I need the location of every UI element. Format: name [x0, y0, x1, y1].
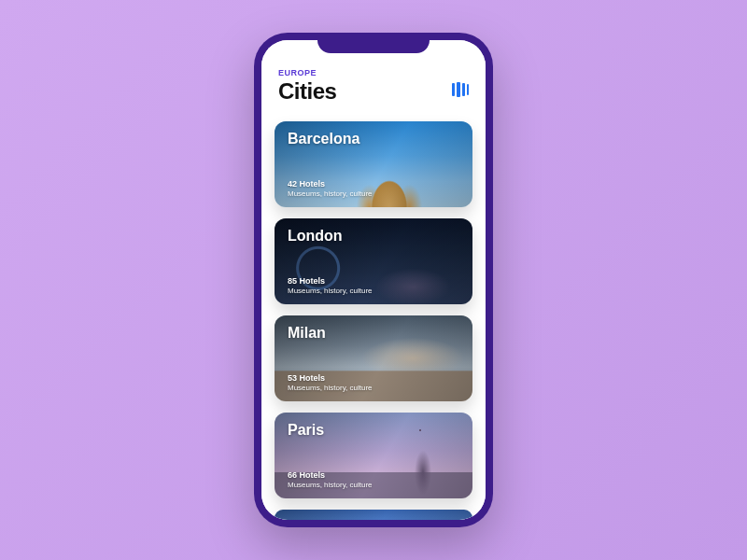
city-name: Milan	[288, 325, 459, 342]
hotel-count: 66 Hotels	[288, 470, 459, 480]
city-meta: 42 Hotels Museums, history, culture	[288, 179, 459, 198]
city-meta: 53 Hotels Museums, history, culture	[288, 373, 459, 392]
city-list[interactable]: Barcelona 42 Hotels Museums, history, cu…	[261, 114, 486, 520]
city-card-paris[interactable]: Paris 66 Hotels Museums, history, cultur…	[275, 413, 472, 498]
svg-rect-0	[452, 83, 455, 96]
city-tags: Museums, history, culture	[288, 481, 459, 489]
city-tags: Museums, history, culture	[288, 287, 459, 295]
phone-frame: EUROPE Cities Barcelona 42 Hotels Museum…	[254, 33, 493, 527]
header-eyebrow: EUROPE	[278, 68, 336, 77]
hotel-count: 53 Hotels	[288, 373, 459, 383]
city-meta: 66 Hotels Museums, history, culture	[288, 470, 459, 489]
svg-rect-3	[467, 84, 469, 95]
city-meta: 85 Hotels Museums, history, culture	[288, 276, 459, 295]
city-card-london[interactable]: London 85 Hotels Museums, history, cultu…	[275, 218, 472, 304]
hotel-count: 85 Hotels	[288, 276, 459, 286]
city-name: London	[288, 228, 459, 245]
city-tags: Museums, history, culture	[288, 189, 459, 198]
svg-rect-2	[462, 83, 465, 96]
phone-screen: EUROPE Cities Barcelona 42 Hotels Museum…	[261, 40, 486, 520]
city-tags: Museums, history, culture	[288, 384, 459, 392]
city-card-peek[interactable]	[275, 510, 472, 520]
city-card-milan[interactable]: Milan 53 Hotels Museums, history, cultur…	[275, 315, 472, 401]
page-title: Cities	[278, 78, 336, 105]
header-titles: EUROPE Cities	[278, 68, 336, 105]
hotel-count: 42 Hotels	[288, 179, 459, 189]
svg-rect-1	[457, 82, 460, 97]
phone-notch	[317, 33, 430, 53]
city-name: Barcelona	[288, 131, 459, 147]
city-card-barcelona[interactable]: Barcelona 42 Hotels Museums, history, cu…	[275, 121, 472, 207]
view-toggle-icon[interactable]	[452, 82, 469, 101]
city-name: Paris	[288, 422, 459, 439]
